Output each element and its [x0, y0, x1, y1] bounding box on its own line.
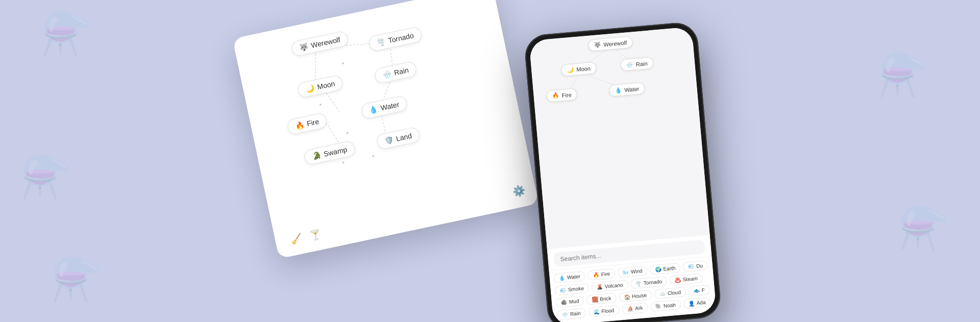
item-ark[interactable]: ⛵ Ark [621, 303, 648, 314]
phone-device: 🐺Werewolf 🌙Moon 🌧️Rain 🔥Fire 💧Water [523, 21, 722, 322]
item-flood[interactable]: 🌊 Flood [588, 305, 620, 317]
phone-node-moon[interactable]: 🌙Moon [561, 62, 597, 77]
node-moon[interactable]: 🌙 Moon [297, 74, 344, 99]
item-mud[interactable]: 🪨 Mud [555, 296, 584, 308]
item-fish[interactable]: 🐟 F [688, 285, 710, 296]
item-rain[interactable]: 🌧️ Rain [556, 308, 586, 320]
node-rain[interactable]: 🌧️ Rain [374, 61, 418, 84]
item-steam[interactable]: ♨️ Steam [669, 273, 703, 286]
item-cloud[interactable]: ☁️ Cloud [654, 287, 687, 299]
node-tornado[interactable]: 🌪️ Tornado [368, 26, 423, 52]
phone-node-rain[interactable]: 🌧️Rain [620, 57, 653, 71]
item-water[interactable]: 💧 Water [553, 271, 586, 283]
item-earth[interactable]: 🌍 Earth [650, 263, 681, 275]
node-swamp[interactable]: 🐊 Swamp [303, 140, 356, 166]
item-brick[interactable]: 🧱 Brick [586, 293, 617, 305]
main-scene: 🐺 Werewolf 🌪️ Tornado 🌙 Moon 🌧️ Rain 🔥 F… [311, 3, 669, 319]
brush-icon[interactable]: 🧹 [290, 232, 303, 245]
phone-screen: 🐺Werewolf 🌙Moon 🌧️Rain 🔥Fire 💧Water [529, 27, 717, 322]
filter-icon[interactable]: 🍸 [309, 228, 322, 241]
item-adam[interactable]: 👤 Ada [683, 297, 711, 309]
node-water[interactable]: 💧 Water [360, 95, 408, 120]
item-house[interactable]: 🏠 House [618, 290, 652, 303]
phone-game-area: 🐺Werewolf 🌙Moon 🌧️Rain 🔥Fire 💧Water [529, 27, 709, 249]
item-smoke[interactable]: 💨 Smoke [554, 283, 590, 296]
item-wind[interactable]: 🌬️ Wind [617, 266, 648, 278]
item-noah[interactable]: 🐘 Noah [650, 300, 681, 312]
phone-node-fire[interactable]: 🔥Fire [546, 88, 578, 102]
settings-icon[interactable]: ⚙️ [511, 183, 526, 198]
item-dust[interactable]: 💨 Du [682, 260, 708, 272]
game-canvas: 🐺 Werewolf 🌪️ Tornado 🌙 Moon 🌧️ Rain 🔥 F… [232, 0, 538, 259]
item-volcano[interactable]: 🌋 Volcano [591, 280, 628, 292]
node-fire[interactable]: 🔥 Fire [286, 112, 328, 135]
phone-node-werewolf[interactable]: 🐺Werewolf [587, 36, 632, 51]
item-tornado[interactable]: 🌪️ Tornado [630, 276, 668, 289]
canvas-toolbar: 🧹 🍸 [290, 228, 322, 245]
node-werewolf[interactable]: 🐺 Werewolf [290, 30, 349, 57]
phone-node-water[interactable]: 💧Water [608, 82, 645, 97]
item-fire[interactable]: 🔥 Fire [587, 268, 616, 281]
node-land[interactable]: 🛡️ Land [376, 126, 421, 150]
